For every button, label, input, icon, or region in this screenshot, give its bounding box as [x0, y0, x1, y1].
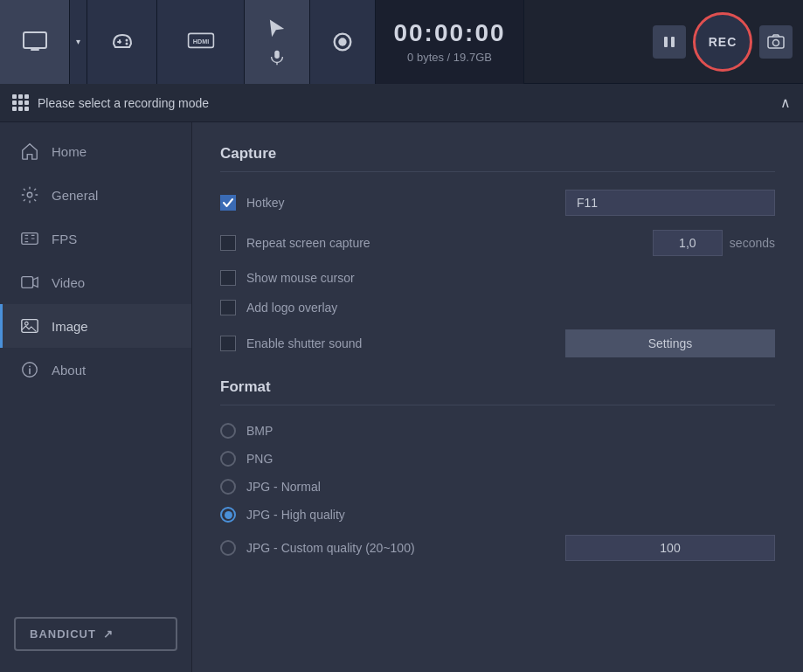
repeat-seconds-input[interactable] — [653, 230, 723, 256]
svg-point-23 — [29, 365, 31, 367]
format-jpg-high-radio[interactable] — [220, 507, 236, 523]
repeat-checkbox[interactable] — [220, 235, 236, 251]
gamepad-button[interactable] — [87, 0, 157, 84]
logo-overlay-label: Add logo overlay — [246, 301, 337, 315]
image-icon — [20, 316, 39, 336]
mode-bar: Please select a recording mode ∧ — [0, 84, 803, 122]
format-png-radio[interactable] — [220, 451, 236, 467]
custom-quality-input[interactable] — [565, 535, 775, 561]
svg-rect-1 — [31, 49, 39, 51]
sidebar-nav: Home General FPS — [0, 129, 191, 391]
repeat-label: Repeat screen capture — [246, 236, 370, 250]
svg-point-6 — [125, 42, 128, 45]
mouse-cursor-checkbox[interactable] — [220, 270, 236, 286]
monitor-dropdown-arrow[interactable]: ▾ — [70, 0, 87, 84]
hotkey-row: Hotkey — [220, 190, 775, 216]
mouse-cursor-label: Show mouse cursor — [246, 271, 355, 285]
format-bmp-label: BMP — [246, 424, 273, 438]
svg-rect-18 — [22, 233, 38, 245]
grid-icon — [12, 94, 29, 111]
svg-rect-4 — [119, 39, 121, 44]
sidebar-item-fps-label: FPS — [52, 232, 77, 246]
svg-point-5 — [125, 38, 128, 41]
sidebar-item-general-label: General — [52, 188, 98, 203]
sidebar-item-about-label: About — [52, 363, 86, 378]
toolbar: ▾ HDMI — [0, 0, 803, 84]
shutter-sound-checkbox[interactable] — [220, 336, 236, 351]
hotkey-checkbox-wrapper[interactable]: Hotkey — [220, 195, 285, 211]
shutter-sound-label: Enable shutter sound — [246, 336, 362, 350]
format-jpg-high-row[interactable]: JPG - High quality — [220, 507, 775, 523]
logo-overlay-row: Add logo overlay — [220, 300, 775, 315]
timer-section: 00:00:00 0 bytes / 19.7GB — [376, 0, 524, 84]
format-title: Format — [220, 378, 775, 396]
svg-rect-14 — [671, 37, 675, 47]
svg-text:HDMI: HDMI — [192, 37, 208, 45]
mouse-cursor-row: Show mouse cursor — [220, 270, 775, 286]
repeat-checkbox-wrapper[interactable]: Repeat screen capture — [220, 235, 370, 251]
settings-button[interactable]: Settings — [565, 329, 775, 357]
hdmi-button[interactable]: HDMI — [157, 0, 245, 84]
mode-bar-left: Please select a recording mode — [12, 94, 209, 111]
sidebar-item-general[interactable]: General — [0, 173, 191, 217]
pause-button[interactable] — [653, 25, 686, 59]
format-jpg-custom-label: JPG - Custom quality (20~100) — [246, 541, 415, 555]
svg-rect-0 — [24, 32, 46, 48]
sidebar-item-video-label: Video — [52, 275, 85, 290]
hotkey-label: Hotkey — [246, 196, 285, 210]
svg-rect-9 — [274, 50, 280, 58]
bandicut-button[interactable]: BANDICUT ↗ — [14, 617, 177, 651]
format-divider — [220, 405, 775, 405]
main-layout: Home General FPS — [0, 122, 803, 672]
sidebar: Home General FPS — [0, 122, 192, 672]
format-bmp-radio[interactable] — [220, 423, 236, 439]
format-png-label: PNG — [246, 452, 273, 466]
capture-divider — [220, 171, 775, 172]
home-icon — [20, 142, 39, 161]
hotkey-input[interactable] — [565, 190, 775, 216]
capture-title: Capture — [220, 145, 775, 163]
format-jpg-high-label: JPG - High quality — [246, 508, 345, 522]
sidebar-item-image[interactable]: Image — [0, 304, 191, 348]
svg-point-17 — [27, 192, 32, 197]
hotkey-checkbox[interactable] — [220, 195, 236, 211]
capture-section: Capture Hotkey Repeat scre — [220, 145, 775, 357]
sidebar-item-about[interactable]: About — [0, 348, 191, 391]
webcam-button[interactable] — [310, 0, 376, 84]
format-jpg-custom-radio[interactable] — [220, 540, 236, 556]
svg-point-12 — [338, 38, 346, 45]
sidebar-item-video[interactable]: Video — [0, 260, 191, 304]
repeat-capture-row: Repeat screen capture seconds — [220, 230, 775, 256]
svg-point-21 — [25, 322, 29, 325]
mouse-cursor-checkbox-wrapper[interactable]: Show mouse cursor — [220, 270, 355, 286]
toolbar-controls: REC — [524, 12, 803, 72]
timer-display: 00:00:00 — [393, 19, 505, 47]
fps-icon — [20, 229, 39, 248]
format-jpg-custom-row[interactable]: JPG - Custom quality (20~100) — [220, 535, 775, 561]
bandicut-label: BANDICUT — [30, 627, 96, 641]
svg-point-16 — [773, 39, 779, 45]
about-icon — [20, 360, 39, 379]
sidebar-item-home[interactable]: Home — [0, 129, 191, 173]
format-png-row[interactable]: PNG — [220, 451, 775, 467]
storage-display: 0 bytes / 19.7GB — [407, 51, 492, 64]
cursor-button[interactable] — [245, 0, 310, 84]
shutter-sound-checkbox-wrapper[interactable]: Enable shutter sound — [220, 336, 362, 351]
collapse-button[interactable]: ∧ — [780, 94, 791, 111]
sidebar-item-fps[interactable]: FPS — [0, 217, 191, 260]
logo-overlay-checkbox-wrapper[interactable]: Add logo overlay — [220, 300, 337, 315]
monitor-button[interactable] — [0, 0, 70, 84]
rec-button[interactable]: REC — [693, 12, 752, 72]
format-section: Format BMP PNG JPG - Normal — [220, 378, 775, 561]
screenshot-button[interactable] — [759, 25, 793, 59]
format-jpg-normal-radio[interactable] — [220, 479, 236, 495]
svg-rect-19 — [22, 277, 33, 288]
bandicut-arrow: ↗ — [103, 627, 114, 641]
logo-overlay-checkbox[interactable] — [220, 300, 236, 315]
general-icon — [20, 185, 39, 204]
format-bmp-row[interactable]: BMP — [220, 423, 775, 439]
sidebar-item-image-label: Image — [52, 319, 88, 334]
format-jpg-normal-row[interactable]: JPG - Normal — [220, 479, 775, 495]
video-icon — [20, 273, 39, 292]
repeat-seconds-group: seconds — [653, 230, 775, 256]
